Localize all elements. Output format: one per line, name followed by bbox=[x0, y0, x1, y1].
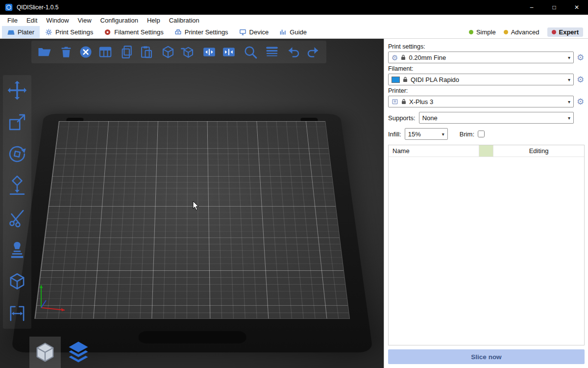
gizmo-toolbar bbox=[3, 75, 31, 329]
device-icon bbox=[239, 28, 246, 36]
settings-sidebar: Print settings: ⚙ 0.20mm Fine ▾ ⚙ Filame… bbox=[384, 39, 588, 368]
minimize-button[interactable]: – bbox=[520, 0, 543, 15]
maximize-button[interactable]: □ bbox=[543, 0, 565, 15]
print-settings-gear-button[interactable]: ⚙ bbox=[576, 53, 585, 62]
layers-preview-icon bbox=[66, 340, 91, 365]
rotate-tool-icon[interactable] bbox=[7, 144, 27, 164]
extruder-column-header[interactable] bbox=[479, 145, 493, 157]
mouse-cursor-icon bbox=[193, 201, 200, 211]
close-button[interactable]: ✕ bbox=[565, 0, 588, 15]
menu-view[interactable]: View bbox=[74, 17, 96, 24]
split-parts-icon[interactable] bbox=[221, 45, 236, 59]
infill-value: 15% bbox=[408, 131, 421, 138]
slice-now-button[interactable]: Slice now bbox=[388, 349, 585, 364]
print-bed[interactable] bbox=[0, 39, 384, 368]
print-preset-combo[interactable]: ⚙ 0.20mm Fine ▾ bbox=[388, 52, 574, 63]
3d-viewport[interactable] bbox=[0, 39, 384, 368]
split-objects-icon[interactable] bbox=[202, 45, 217, 59]
mode-expert[interactable]: Expert bbox=[547, 27, 583, 37]
plater-icon bbox=[7, 28, 15, 36]
move-tool-icon[interactable] bbox=[7, 80, 27, 101]
tab-device[interactable]: Device bbox=[234, 26, 274, 38]
arrange-icon[interactable] bbox=[98, 45, 113, 59]
mode-advanced[interactable]: Advanced bbox=[504, 28, 539, 36]
calipers-tool-icon[interactable] bbox=[7, 303, 27, 324]
search-icon[interactable] bbox=[243, 45, 258, 59]
print-preset-value: 0.20mm Fine bbox=[409, 54, 446, 61]
plater-toolbar bbox=[31, 41, 326, 63]
tab-filament-settings[interactable]: Filament Settings bbox=[98, 26, 169, 38]
layers-preview-button[interactable] bbox=[63, 337, 94, 368]
menu-window[interactable]: Window bbox=[42, 17, 73, 24]
menu-bar: File Edit Window View Configuration Help… bbox=[0, 15, 588, 26]
lock-icon bbox=[403, 77, 408, 82]
axis-gizmo-icon bbox=[34, 277, 70, 315]
chevron-down-icon: ▾ bbox=[568, 55, 570, 60]
window-title: QIDISlicer-1.0.5 bbox=[17, 4, 58, 11]
printer-preset-combo[interactable]: X-Plus 3 ▾ bbox=[388, 96, 574, 107]
printer-icon bbox=[392, 98, 398, 105]
tab-guide[interactable]: Guide bbox=[274, 26, 312, 38]
scale-tool-icon[interactable] bbox=[7, 112, 27, 132]
editing-column-header[interactable]: Editing bbox=[493, 147, 584, 155]
print-settings-icon bbox=[45, 28, 52, 36]
filament-preset-combo[interactable]: QIDI PLA Rapido ▾ bbox=[388, 74, 574, 85]
seam-paint-tool-icon[interactable] bbox=[7, 239, 27, 260]
add-instance-icon[interactable] bbox=[161, 45, 175, 59]
menu-file[interactable]: File bbox=[3, 17, 22, 24]
paste-icon[interactable] bbox=[139, 45, 154, 59]
infill-label: Infill: bbox=[388, 131, 401, 138]
object-list-header: Name Editing bbox=[389, 145, 584, 157]
tab-bar: Plater Print Settings Filament Settings … bbox=[0, 26, 588, 39]
guide-icon bbox=[279, 28, 287, 36]
tab-plater[interactable]: Plater bbox=[2, 26, 40, 38]
infill-combo[interactable]: 15% ▾ bbox=[405, 128, 448, 140]
mode-selector: Simple Advanced Expert bbox=[469, 26, 588, 38]
object-list: Name Editing bbox=[388, 145, 585, 345]
editor-3d-view-button[interactable] bbox=[29, 337, 61, 368]
filament-settings-icon bbox=[104, 28, 111, 36]
menu-calibration[interactable]: Calibration bbox=[165, 17, 204, 24]
tab-print-settings[interactable]: Print Settings bbox=[40, 26, 98, 38]
app-icon bbox=[5, 3, 13, 11]
name-column-header[interactable]: Name bbox=[389, 147, 479, 155]
title-bar: QIDISlicer-1.0.5 – □ ✕ bbox=[0, 0, 588, 15]
chevron-down-icon: ▾ bbox=[568, 115, 570, 121]
cut-tool-icon[interactable] bbox=[7, 208, 27, 228]
printer-settings-icon bbox=[174, 28, 182, 36]
expert-dot-icon bbox=[552, 30, 556, 34]
view-switch bbox=[29, 337, 94, 368]
delete-all-icon[interactable] bbox=[78, 45, 93, 59]
variable-layer-height-icon[interactable] bbox=[265, 45, 279, 59]
redo-icon[interactable] bbox=[306, 45, 320, 59]
editor-3d-view-icon bbox=[34, 341, 56, 364]
filament-preset-value: QIDI PLA Rapido bbox=[411, 76, 459, 83]
menu-edit[interactable]: Edit bbox=[22, 17, 42, 24]
measure-tool-icon[interactable] bbox=[7, 271, 27, 292]
remove-instance-icon[interactable] bbox=[180, 45, 195, 59]
copy-icon[interactable] bbox=[120, 45, 134, 59]
object-list-body[interactable] bbox=[389, 157, 584, 345]
printer-settings-gear-button[interactable]: ⚙ bbox=[576, 98, 585, 106]
open-folder-icon[interactable] bbox=[37, 45, 52, 59]
filament-settings-gear-button[interactable]: ⚙ bbox=[576, 76, 585, 84]
place-on-face-tool-icon[interactable] bbox=[7, 176, 27, 196]
printer-label: Printer: bbox=[388, 87, 585, 94]
chevron-down-icon: ▾ bbox=[442, 131, 444, 137]
filament-label: Filament: bbox=[388, 65, 585, 72]
chevron-down-icon: ▾ bbox=[568, 99, 570, 105]
supports-combo[interactable]: None ▾ bbox=[419, 112, 574, 124]
undo-icon[interactable] bbox=[286, 45, 301, 59]
brim-checkbox[interactable] bbox=[478, 131, 485, 137]
supports-value: None bbox=[422, 114, 438, 122]
tab-printer-settings[interactable]: Printer Settings bbox=[169, 26, 234, 38]
menu-help[interactable]: Help bbox=[143, 17, 165, 24]
preset-gear-icon: ⚙ bbox=[392, 54, 398, 61]
lock-icon bbox=[401, 99, 406, 105]
simple-dot-icon bbox=[469, 30, 473, 34]
delete-icon[interactable] bbox=[59, 45, 74, 59]
brim-label: Brim: bbox=[460, 131, 474, 138]
mode-simple[interactable]: Simple bbox=[469, 28, 496, 36]
menu-configuration[interactable]: Configuration bbox=[96, 17, 143, 24]
print-settings-label: Print settings: bbox=[388, 43, 585, 50]
